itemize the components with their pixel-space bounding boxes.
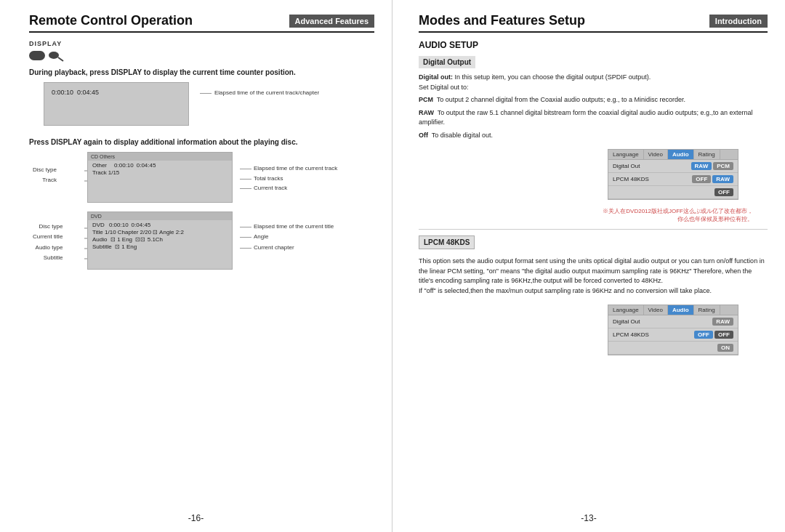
lpcm-box: LPCM 48KDS (419, 235, 475, 249)
instruction1: During playback, press DISPLAY to displa… (29, 68, 374, 78)
screen-box-2: CD Others Other 0:00:10 0:04:45 Track 1/… (87, 152, 233, 203)
panel1-off2-btn[interactable]: OFF (714, 188, 733, 196)
right-label-current: ——Current track (240, 183, 337, 193)
panel2-off2-btn[interactable]: OFF (714, 331, 733, 339)
panel1-raw-btn[interactable]: RAW (691, 162, 712, 170)
digital-output-para5: Off To disable digital out. (419, 131, 768, 141)
label-current-title: Current title (33, 232, 63, 242)
panel2-off-btn[interactable]: OFF (694, 331, 713, 339)
right-label-angle: ——Angle (240, 232, 334, 242)
right-page-number: -13- (581, 513, 596, 523)
tab-audio-1[interactable]: Audio (668, 150, 694, 159)
panel1-row3: OFF (608, 186, 738, 199)
panel2-row1-label: Digital Out (613, 318, 711, 325)
remote-cursor-icon (48, 49, 64, 62)
left-header: Remote Control Operation Advanced Featur… (29, 13, 374, 33)
screen3-row4: Subtitle ⊡ 1 Eng (92, 243, 228, 250)
panel1-raw2-btn[interactable]: RAW (712, 175, 733, 183)
tab-language-2[interactable]: Language (608, 305, 644, 315)
tab-audio-2[interactable]: Audio (668, 305, 694, 315)
panel2-on-btn[interactable]: ON (717, 344, 733, 352)
panel1-row2-label: LPCM 48KDS (613, 176, 691, 182)
label-disc-type3: Disc type (33, 222, 63, 232)
settings-panel-2: Language Video Audio Rating Digital Out … (608, 305, 738, 355)
digital-output-box: Digital Output (419, 56, 475, 68)
panel2-header: Language Video Audio Rating (608, 305, 738, 315)
screen3-left-labels: Disc type Current title Audio type Subti… (33, 222, 63, 264)
instruction2: Press DISPLAY again to display additiona… (29, 137, 374, 148)
screen2-right-labels: ——Elapsed time of the current track ——To… (240, 164, 337, 193)
display-icon-area (29, 49, 374, 62)
screen1-time: 0:00:10 0:04:45 (52, 89, 99, 96)
svg-line-1 (58, 57, 63, 61)
chinese-note: ※关人在DVD2012版社或JOFF这么ぶ或ル亿了改在都市，你么也年保候及形种位… (419, 207, 753, 223)
panel1-row2: LPCM 48KDS OFF RAW (608, 173, 738, 186)
screen3-row3: Audio ⊡ 1 Eng ⊡⊡ 5.1Ch (92, 236, 228, 243)
label-disc-type: Disc type (33, 165, 57, 175)
panel1-header: Language Video Audio Rating (608, 150, 738, 160)
right-header: Modes and Features Setup Introduction (419, 13, 768, 33)
display-label: DISPLAY (29, 40, 374, 47)
screen1-elapsed-label: ——Elapsed time of the current track/chap… (200, 89, 319, 96)
screen3-row1: DVD 0:00:10 0:04:45 (92, 222, 228, 228)
panel2-raw-btn[interactable]: RAW (712, 318, 733, 326)
panel2-row3: ON (608, 342, 738, 355)
screen3-top-bar: DVD (88, 212, 232, 220)
panel1-pcm-btn[interactable]: PCM (713, 162, 733, 170)
audio-setup-heading: AUDIO SETUP (419, 40, 768, 50)
tab-video-1[interactable]: Video (644, 150, 668, 159)
right-label-elapsed-title: ——Elapsed time of the current title (240, 222, 334, 232)
digital-output-para4: RAW To output the raw 5.1 channel digita… (419, 108, 768, 128)
left-page-number: -16- (188, 513, 204, 523)
right-label-chapter: ——Current chapter (240, 243, 334, 253)
right-page: Modes and Features Setup Introduction AU… (392, 0, 785, 532)
tab-video-2[interactable]: Video (644, 305, 668, 315)
left-tag: Advanced Features (289, 15, 374, 28)
panel1-row1: Digital Out RAW PCM (608, 160, 738, 173)
tab-rating-1[interactable]: Rating (694, 150, 720, 159)
panel1-row1-label: Digital Out (613, 163, 690, 169)
right-label-elapsed: ——Elapsed time of the current track (240, 164, 337, 174)
screen3-row2: Title 1/10 Chapter 2/20 ⊡ Angle 2:2 (92, 229, 228, 235)
digital-output-para3: PCM To output 2 channel digital from the… (419, 95, 768, 105)
separator (419, 229, 768, 230)
digital-output-para1: Digital out: In this setup item, you can… (419, 73, 768, 92)
display-oval-icon (29, 51, 45, 60)
right-tag: Introduction (709, 15, 768, 28)
right-label-total: ——Total tracks (240, 174, 337, 184)
screen3-right-labels: ——Elapsed time of the current title ——An… (240, 222, 334, 253)
settings-panel-1: Language Video Audio Rating Digital Out … (608, 149, 738, 200)
panel2-row2-label: LPCM 48KDS (613, 331, 693, 338)
svg-point-0 (49, 52, 59, 59)
tab-language-1[interactable]: Language (608, 150, 644, 159)
label-audio-type: Audio type (33, 243, 63, 253)
left-page: Remote Control Operation Advanced Featur… (0, 0, 392, 532)
panel2-row1: Digital Out RAW (608, 315, 738, 329)
lpcm-body: This option sets the audio output format… (419, 257, 768, 296)
left-title: Remote Control Operation (29, 13, 283, 28)
screen2-top-bar: CD Others (88, 153, 232, 161)
panel2-row2: LPCM 48KDS OFF OFF (608, 329, 738, 342)
screen-box-1: 0:00:10 0:04:45 (44, 82, 189, 126)
label-subtitle: Subtitle (33, 253, 63, 263)
right-title: Modes and Features Setup (419, 13, 704, 28)
panel1-off-btn[interactable]: OFF (692, 175, 711, 183)
label-track: Track (33, 175, 57, 185)
tab-rating-2[interactable]: Rating (694, 305, 720, 315)
screen-box-3: DVD DVD 0:00:10 0:04:45 Title 1/10 Chapt… (87, 211, 233, 270)
screen2-left-labels: Disc type Track (33, 165, 57, 186)
